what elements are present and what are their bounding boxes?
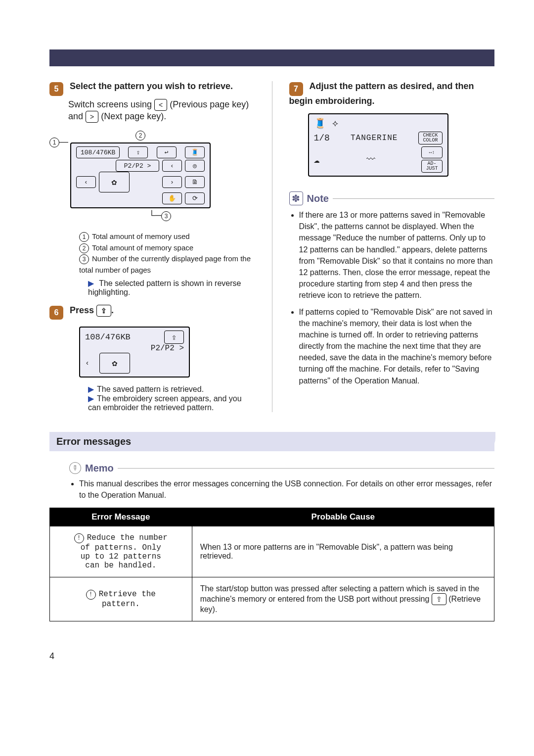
legend-1-icon: 1 [79, 232, 89, 242]
page-number: 4 [49, 651, 494, 662]
error-cause-2: The start/stop button was pressed after … [192, 577, 494, 621]
page-indicator: P2/P2 > [116, 160, 159, 172]
warning-icon: ! [74, 533, 84, 543]
step-number-5: 5 [49, 82, 63, 96]
memo-text: This manual describes the error messages… [79, 478, 494, 501]
step-number-6: 6 [49, 306, 63, 320]
step5-body-prefix: Switch screens using [68, 99, 154, 109]
presser-foot-icon: 🧵 [314, 117, 326, 130]
memo-pencil-icon: ✎ [67, 460, 84, 476]
step5-lcd-figure: 2 108/476KB ⇪ ↩ 🧵 P2/P2 > ‹ [70, 130, 211, 221]
error-th-message: Error Message [50, 508, 192, 526]
step5-body-mid: and [68, 111, 86, 121]
size-icon: ↔↕ [421, 146, 442, 158]
legend-2: Total amount of memory space [92, 243, 193, 252]
legend-2-icon: 2 [79, 243, 89, 253]
note-item-2: If patterns copied to "Removable Disk" a… [299, 306, 495, 386]
step5-sub: The selected pattern is shown in reverse… [88, 279, 241, 296]
retrieve-icon-2: ⇪ [164, 331, 184, 344]
thread-icon: 🧵 [185, 146, 205, 158]
prev-key-desc: (Previous page key) [170, 99, 249, 109]
retrieve-key-icon: ⇪ [96, 305, 111, 317]
adjust-button: AD-JUST [421, 160, 442, 173]
page-indicator-2: P2/P2 > [151, 344, 184, 353]
step-fraction: 1/8 [314, 133, 330, 143]
retrieve-key-icon: ⇪ [432, 593, 446, 605]
step7-lcd-figure: 🧵 ⟡ 1/8 TANGERINE CHECKCOLOR ☁ 〰 ↔↕ AD-J… [308, 113, 495, 177]
table-row: !Retrieve the pattern. The start/stop bu… [50, 577, 494, 621]
table-row: !Reduce the number of patterns. Only up … [50, 526, 494, 577]
step6-suffix: . [111, 305, 114, 315]
note-list: If there are 13 or more patterns saved i… [289, 209, 495, 386]
step6-sub2: The embroidery screen appears, and you c… [88, 394, 242, 412]
error-table: Error Message Probable Cause !Reduce the… [49, 508, 494, 621]
step6-lcd-figure: 108/476KB ⇪ P2/P2 > ‹ ✿ [79, 327, 255, 378]
thread-path-icon: ⟡ [332, 119, 338, 129]
rotate-icon: ⟳ [185, 192, 205, 204]
step6-sub1: The saved pattern is retrieved. [97, 385, 204, 393]
memory-readout: 108/476KB [76, 146, 120, 158]
check-color-button: CHECKCOLOR [418, 132, 442, 144]
step6-prefix: Press [70, 305, 96, 315]
memory-readout-2: 108/476KB [85, 332, 131, 342]
memo-heading: Memo [85, 463, 114, 474]
callout-2-icon: 2 [135, 131, 145, 141]
header-band [49, 49, 494, 66]
pattern-thumbnail-2: ✿ [99, 353, 130, 374]
pattern-thumbnail: ✿ [99, 172, 130, 192]
error-th-cause: Probable Cause [192, 508, 494, 526]
right-icon: › [162, 176, 182, 188]
left-icon: ‹ [76, 176, 96, 188]
error-msg-2: !Retrieve the pattern. [50, 577, 192, 621]
left-icon-2: ‹ [85, 359, 89, 368]
triangle-bullet-icon: ▶ [88, 279, 94, 287]
note-heading: Note [307, 193, 329, 204]
callout-3-icon: 3 [161, 211, 171, 221]
legend-3-icon: 3 [79, 254, 89, 264]
error-cause-1: When 13 or more patterns are in "Removab… [192, 526, 494, 577]
retrieve-icon: ⇪ [128, 146, 148, 158]
next-key-desc: (Next page key). [101, 111, 166, 121]
color-name: TANGERINE [351, 134, 398, 142]
memory-icon: 🗎 [185, 176, 205, 188]
triangle-bullet-icon: ▶ [88, 394, 94, 403]
note-rule [333, 198, 494, 199]
error-msg-1: !Reduce the number of patterns. Only up … [50, 526, 192, 577]
undo-icon: ↩ [157, 146, 177, 158]
note-item-1: If there are 13 or more patterns saved i… [299, 209, 495, 301]
step-number-7: 7 [289, 82, 303, 96]
legend-3: Number of the currently displayed page f… [79, 254, 251, 274]
triangle-bullet-icon: ▶ [88, 385, 94, 393]
color-swatch: ☁ [314, 153, 320, 166]
callout-1-icon: 1 [49, 138, 59, 147]
step5-title: Select the pattern you wish to retrieve. [70, 81, 233, 91]
warning-icon: ! [86, 590, 96, 600]
prev-page-key-icon: < [154, 99, 167, 111]
memo-rule [118, 468, 494, 469]
hand-icon: ✋ [162, 192, 182, 204]
legend-1: Total amount of memory used [92, 232, 190, 240]
error-messages-heading: Error messages [49, 432, 494, 451]
next-page-key-icon: > [86, 111, 98, 123]
stitch-icon: 〰 [366, 154, 375, 165]
memo-list: This manual describes the error messages… [69, 478, 494, 501]
thread-spool-icon: ◎ [185, 160, 205, 172]
note-snowflake-icon: ✽ [289, 191, 303, 205]
step7-title: Adjust the pattern as desired, and then … [289, 81, 474, 106]
prev-icon: ‹ [162, 160, 182, 172]
